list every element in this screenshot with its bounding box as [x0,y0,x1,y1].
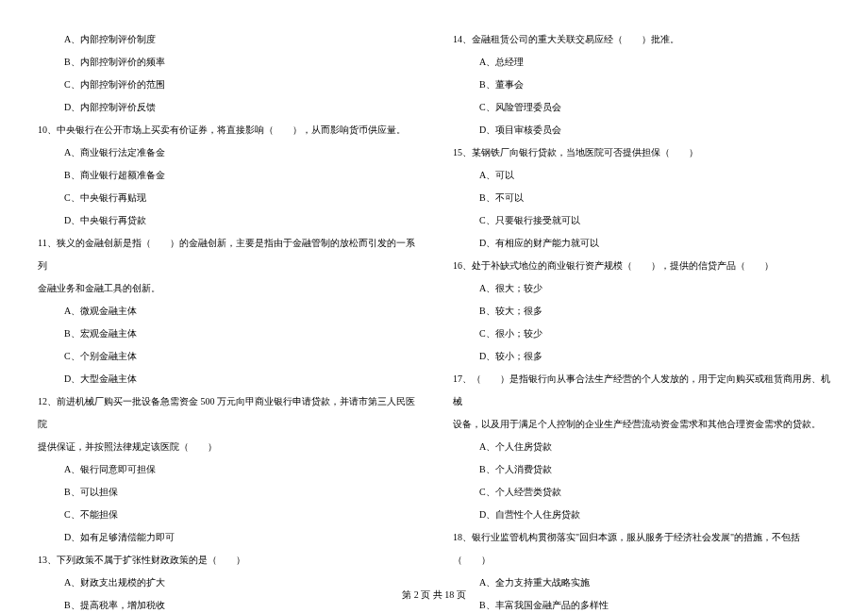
q11-option-d: D、大型金融主体 [38,368,415,390]
q15-option-a: A、可以 [453,164,830,187]
q9-option-a: A、内部控制评价制度 [38,28,415,51]
right-column: 14、金融租赁公司的重大关联交易应经（ ）批准。 A、总经理 B、董事会 C、风… [453,28,830,575]
q10-option-b: B、商业银行超额准备金 [38,164,415,187]
q14-option-d: D、项目审核委员会 [453,119,830,141]
q12-option-b: B、可以担保 [38,481,415,504]
q9-option-b: B、内部控制评价的频率 [38,51,415,74]
left-column: A、内部控制评价制度 B、内部控制评价的频率 C、内部控制评价的范围 D、内部控… [38,28,415,575]
q12-cont: 提供保证，并按照法律规定该医院（ ） [38,436,415,458]
q11-option-c: C、个别金融主体 [38,345,415,368]
q11-option-b: B、宏观金融主体 [38,323,415,345]
q15-option-c: C、只要银行接受就可以 [453,209,830,232]
q14-option-b: B、董事会 [453,74,830,96]
q17-option-a: A、个人住房贷款 [453,436,830,458]
q11-text: 11、狭义的金融创新是指（ ）的金融创新，主要是指由于金融管制的放松而引发的一系… [38,232,415,277]
q17-option-d: D、自营性个人住房贷款 [453,504,830,526]
q17-cont: 设备，以及用于满足个人控制的企业生产经营流动资金需求和其他合理资金需求的贷款。 [453,413,830,436]
q15-option-d: D、有相应的财产能力就可以 [453,232,830,255]
q10-text: 10、中央银行在公开市场上买卖有价证券，将直接影响（ ），从而影响货币供应量。 [38,119,415,141]
q12-option-a: A、银行同意即可担保 [38,458,415,481]
q17-option-b: B、个人消费贷款 [453,458,830,481]
q12-option-d: D、如有足够清偿能力即可 [38,526,415,549]
q12-option-c: C、不能担保 [38,504,415,526]
q10-option-a: A、商业银行法定准备金 [38,141,415,164]
q10-option-d: D、中央银行再贷款 [38,209,415,232]
q14-text: 14、金融租赁公司的重大关联交易应经（ ）批准。 [453,28,830,51]
q16-option-a: A、很大；较少 [453,277,830,300]
q16-option-d: D、较小；很多 [453,345,830,368]
q9-option-d: D、内部控制评价反馈 [38,96,415,119]
q16-text: 16、处于补缺式地位的商业银行资产规模（ ），提供的信贷产品（ ） [453,255,830,277]
q9-option-c: C、内部控制评价的范围 [38,74,415,96]
q18-text: 18、银行业监管机构贯彻落实"回归本源，服从服务于经济社会发展"的措施，不包括（… [453,526,830,572]
q17-option-c: C、个人经营类贷款 [453,481,830,504]
q16-option-b: B、较大；很多 [453,300,830,323]
page-columns: A、内部控制评价制度 B、内部控制评价的频率 C、内部控制评价的范围 D、内部控… [38,28,830,575]
q14-option-a: A、总经理 [453,51,830,74]
q17-text: 17、（ ）是指银行向从事合法生产经营的个人发放的，用于定向购买或租赁商用房、机… [453,368,830,413]
q15-text: 15、某钢铁厂向银行贷款，当地医院可否提供担保（ ） [453,141,830,164]
q13-text: 13、下列政策不属于扩张性财政政策的是（ ） [38,549,415,572]
q16-option-c: C、很小；较少 [453,323,830,345]
q11-cont: 金融业务和金融工具的创新。 [38,277,415,300]
q10-option-c: C、中央银行再贴现 [38,187,415,209]
q15-option-b: B、不可以 [453,187,830,209]
q11-option-a: A、微观金融主体 [38,300,415,323]
q14-option-c: C、风险管理委员会 [453,96,830,119]
q12-text: 12、前进机械厂购买一批设备急需资金 500 万元向甲商业银行申请贷款，并请市第… [38,390,415,436]
page-footer: 第 2 页 共 18 页 [0,588,868,602]
